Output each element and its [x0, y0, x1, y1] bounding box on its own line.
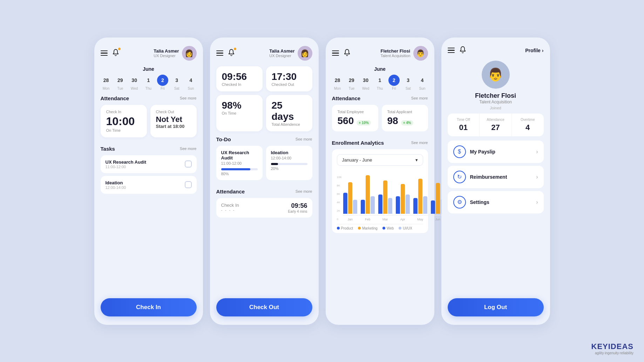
task-2-checkbox[interactable]	[185, 181, 192, 188]
s3-cal-4-active[interactable]: 2Fri	[388, 75, 400, 90]
checked-out-label: Checked Out	[272, 82, 307, 87]
bar-feb-light	[371, 196, 375, 214]
chart-dropdown[interactable]: January - June ▾	[337, 154, 423, 166]
attendance-title: Attendance	[101, 95, 129, 101]
user-details: Talia Asmer UX Designer	[154, 48, 179, 58]
menu-payslip[interactable]: $ My Payslip ›	[448, 141, 544, 163]
chart-see-more[interactable]: See more	[411, 141, 428, 145]
profile-link[interactable]: Profile ›	[525, 48, 543, 53]
checked-in-time: 09:56	[222, 71, 257, 82]
check-in-time: 10:00	[106, 115, 141, 128]
check-out-card: Check Out Not Yet Start at 18:00	[150, 105, 197, 137]
todo-1-pct: 80%	[221, 172, 258, 176]
attendance-see-more-2[interactable]: See more	[296, 189, 312, 193]
cal-day-5[interactable]: 3 Sat	[171, 75, 182, 90]
check-in-status: On Time	[106, 128, 141, 132]
tasks-see-more[interactable]: See more	[180, 146, 197, 151]
hamburger-icon-2[interactable]	[216, 50, 223, 56]
time-off-cell: Time Off 01	[448, 114, 480, 136]
s3-attendance-see-more[interactable]: See more	[411, 96, 428, 100]
user-name: Talia Asmer	[154, 48, 179, 54]
total-app-value: 98	[387, 115, 398, 127]
stats-row: Time Off 01 Attendance 27 Overtime 4	[448, 114, 544, 136]
bar-may-orange	[418, 179, 422, 214]
task-1-checkbox[interactable]	[185, 160, 192, 168]
checked-in-label: Checked In	[222, 82, 257, 87]
s3-cal-6[interactable]: 4Sun	[416, 75, 428, 90]
settings-label: Settings	[470, 199, 489, 205]
s3-cal-2[interactable]: 30Wed	[360, 75, 371, 90]
time-off-value: 01	[450, 123, 477, 132]
hamburger-icon-4[interactable]	[448, 48, 455, 53]
todo-1-title: UX Research Audit	[221, 150, 258, 160]
user-info-2: Talia Asmer UX Designer 👩	[269, 46, 312, 61]
user-role-3: Talent Acquisition	[381, 54, 411, 58]
todo-1-time: 11:00-12:00	[221, 161, 258, 165]
cal-day-1[interactable]: 29 Tue	[115, 75, 126, 90]
bell-button-4[interactable]	[459, 46, 467, 55]
attendance-see-more[interactable]: See more	[180, 96, 197, 100]
task-item-2: Ideation 12:00-14:00	[101, 176, 197, 194]
s3-cal-5[interactable]: 3Sat	[402, 75, 414, 90]
att-check-in-time: 09:56	[288, 202, 307, 210]
brand-name: KEYIDEAS	[591, 342, 633, 351]
todo-2-pct: 20%	[271, 166, 307, 171]
bell-button-2[interactable]	[228, 49, 235, 58]
s3-cal-1[interactable]: 29Tue	[346, 75, 357, 90]
chart-section: Enrollment Analytics See more January - …	[332, 140, 428, 233]
hamburger-icon[interactable]	[101, 50, 108, 56]
legend-uiux: UI/UX	[399, 226, 412, 230]
user-role-2: UX Designer	[269, 54, 294, 58]
task-2-time: 12:00-14:00	[106, 185, 126, 190]
att-dots: - - - -	[221, 208, 239, 213]
user-info-3: Fletcher Flosi Talent Acquisition 👨	[381, 46, 428, 61]
check-in-card: Check In 10:00 On Time	[101, 105, 147, 137]
s3-cal-3[interactable]: 1Thu	[374, 75, 385, 90]
header-2: Talia Asmer UX Designer 👩	[216, 46, 312, 61]
total-app-label: Total Applicant	[387, 110, 422, 114]
attendance-stat-label: Attendance	[482, 118, 509, 122]
todo-see-more[interactable]: See more	[296, 137, 312, 141]
settings-chevron-icon: ›	[536, 199, 538, 205]
cal-day-4-active[interactable]: 2 Fri	[157, 75, 168, 90]
hamburger-icon-3[interactable]	[332, 50, 339, 56]
profile-center: 👨 Fletcher Flosi Talent Acquisition Join…	[448, 61, 544, 110]
s3-attendance-title: Attendance	[332, 95, 361, 101]
bar-apr-orange	[401, 184, 405, 214]
chart-dropdown-label: January - June	[342, 157, 372, 163]
bar-jun-orange	[436, 183, 440, 214]
menu-reimbursement[interactable]: ↻ Reimbursement ›	[448, 166, 544, 188]
bar-apr-light	[406, 194, 410, 214]
cal-day-0[interactable]: 28 Mon	[101, 75, 112, 90]
tasks-title: Tasks	[101, 146, 115, 152]
bar-may-blue	[413, 198, 418, 214]
bell-button[interactable]	[112, 49, 120, 58]
calendar-days-3: 28Mon 29Tue 30Wed 1Thu 2Fri 3Sat 4Sun	[332, 75, 428, 90]
legend-product: Product	[337, 226, 353, 230]
legend-marketing: Marketing	[358, 226, 378, 230]
cal-day-3[interactable]: 1 Thu	[143, 75, 154, 90]
total-days: 25 days	[272, 100, 307, 122]
screen-3: Fletcher Flosi Talent Acquisition 👨 June…	[326, 37, 434, 325]
reimbursement-label: Reimbursement	[470, 174, 507, 180]
screen-2: Talia Asmer UX Designer 👩 09:56 Checked …	[210, 37, 319, 325]
tasks-section: Tasks See more UX Research Audit 11:00-1…	[101, 146, 197, 294]
bar-feb-blue	[361, 200, 365, 214]
header-4: Profile ›	[448, 46, 544, 55]
bar-group-feb	[361, 175, 375, 214]
on-time-pct: 98%	[222, 100, 257, 111]
menu-settings[interactable]: ⚙ Settings ›	[448, 191, 544, 213]
on-time-label: On Time	[222, 111, 257, 115]
total-emp-badge: + 10%	[357, 120, 371, 125]
header-1: Talia Asmer UX Designer 👩	[101, 46, 197, 61]
s3-cal-0[interactable]: 28Mon	[332, 75, 343, 90]
check-in-button[interactable]: Check In	[101, 298, 197, 316]
attendance-stat-value: 27	[482, 123, 509, 132]
cal-day-6[interactable]: 4 Sun	[185, 75, 196, 90]
check-in-row: Check In - - - - 09:56 Early 4 mins	[216, 198, 312, 218]
cal-day-2[interactable]: 30 Wed	[129, 75, 140, 90]
att-check-in-sub: Early 4 mins	[288, 210, 307, 213]
bell-button-3[interactable]	[343, 49, 351, 58]
check-out-button[interactable]: Check Out	[216, 298, 312, 316]
logout-button[interactable]: Log Out	[448, 298, 544, 316]
